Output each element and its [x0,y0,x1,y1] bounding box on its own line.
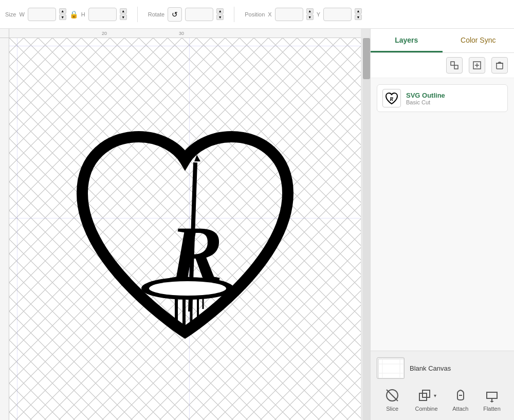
size-label: Size [5,11,16,17]
svg-rect-11 [454,65,458,69]
y-input[interactable] [323,8,352,21]
layer-thumbnail: R [382,89,401,107]
divider-1 [137,7,138,22]
canvas-area[interactable]: 20 30 [0,29,370,420]
height-label: H [81,11,85,17]
toolbar: Size W ▲ ▼ 🔒 H ▲ ▼ Rotate ↺ ▲ ▼ Position… [0,0,514,29]
y-up[interactable]: ▲ [355,8,362,14]
rotate-ccw-button[interactable]: ↺ [168,7,182,22]
height-down[interactable]: ▼ [120,14,127,20]
combine-button[interactable]: ▾ Combine [411,385,442,414]
ruler-tick-20: 20 [102,31,107,36]
layers-list: R SVG Outline Basic Cut [371,78,514,351]
blank-canvas-thumbnail [377,357,405,379]
y-down[interactable]: ▼ [355,14,362,20]
blank-canvas-label: Blank Canvas [410,364,451,372]
delete-layer-button[interactable] [491,57,508,74]
svg-rect-10 [451,62,454,65]
grid-line-v2 [17,38,17,420]
rotate-down[interactable]: ▼ [216,14,224,20]
svg-point-4 [149,281,226,296]
y-label: Y [317,11,320,17]
x-label: X [268,11,271,17]
layer-type: Basic Cut [406,99,502,105]
ruler-corner [0,29,9,38]
size-group: Size W ▲ ▼ 🔒 H ▲ ▼ [5,8,127,21]
ruler-horizontal: 20 30 [9,29,361,38]
y-spinner[interactable]: ▲ ▼ [355,8,362,20]
width-down[interactable]: ▼ [59,14,66,20]
rotate-group: Rotate ↺ ▲ ▼ [148,7,224,22]
scrollbar-vertical[interactable] [363,38,370,420]
panel-icons [371,53,514,78]
lock-icon: 🔒 [69,10,78,19]
x-input[interactable] [275,8,303,21]
canvas-content[interactable]: R [9,38,361,420]
combine-with-dropdown: ▾ [416,387,436,404]
design-container[interactable]: R [51,96,319,363]
position-label: Position [245,11,265,17]
rotate-up[interactable]: ▲ [216,8,224,14]
ruler-vertical [0,38,9,420]
layer-info: SVG Outline Basic Cut [406,92,502,105]
svg-text:R: R [389,96,393,102]
attach-icon [452,387,469,404]
flatten-label: Flatten [483,406,501,412]
position-group: Position X ▲ ▼ Y ▲ ▼ [245,8,362,21]
combine-dropdown-arrow[interactable]: ▾ [434,393,436,398]
svg-marker-33 [490,401,494,403]
attach-label: Attach [452,406,468,412]
rotate-label: Rotate [148,11,164,17]
slice-button[interactable]: Slice [380,385,405,414]
bottom-actions: Slice ▾ Combine Attach [377,385,508,414]
tab-color-sync-label: Color Sync [461,36,495,44]
bottom-section: Blank Canvas Slice ▾ [371,351,514,420]
layer-item[interactable]: R SVG Outline Basic Cut [377,84,508,112]
x-up[interactable]: ▲ [306,8,314,14]
svg-rect-31 [487,392,497,398]
width-label: W [19,11,24,17]
slice-label: Slice [386,406,398,412]
height-up[interactable]: ▲ [120,8,127,14]
tab-color-sync[interactable]: Color Sync [443,29,515,52]
grid-line-h2 [9,46,361,46]
height-spinner[interactable]: ▲ ▼ [120,8,127,20]
height-input[interactable] [88,8,117,21]
rotate-input[interactable] [185,8,213,21]
attach-button[interactable]: Attach [448,385,473,414]
right-panel: Layers Color Sync [370,29,514,420]
width-input[interactable] [28,8,56,21]
layer-name: SVG Outline [406,92,502,99]
design-svg[interactable]: R [51,96,319,363]
tab-layers[interactable]: Layers [371,29,443,52]
svg-rect-15 [497,63,503,69]
group-icon-button[interactable] [446,57,463,74]
width-spinner[interactable]: ▲ ▼ [59,8,66,20]
combine-label: Combine [415,406,437,412]
scrollbar-thumb[interactable] [363,38,370,79]
main-layout: 20 30 [0,29,514,420]
tabs: Layers Color Sync [371,29,514,53]
x-down[interactable]: ▼ [306,14,314,20]
flatten-button[interactable]: Flatten [479,385,505,414]
slice-icon [384,387,400,404]
add-layer-button[interactable] [469,57,485,74]
divider-2 [234,7,234,22]
x-spinner[interactable]: ▲ ▼ [306,8,314,20]
combine-icon [416,387,433,404]
blank-canvas-row: Blank Canvas [377,357,508,379]
rotate-spinner[interactable]: ▲ ▼ [216,8,224,20]
ruler-tick-30: 30 [179,31,184,36]
tab-layers-label: Layers [395,36,418,44]
flatten-icon [484,387,500,404]
width-up[interactable]: ▲ [59,8,66,14]
